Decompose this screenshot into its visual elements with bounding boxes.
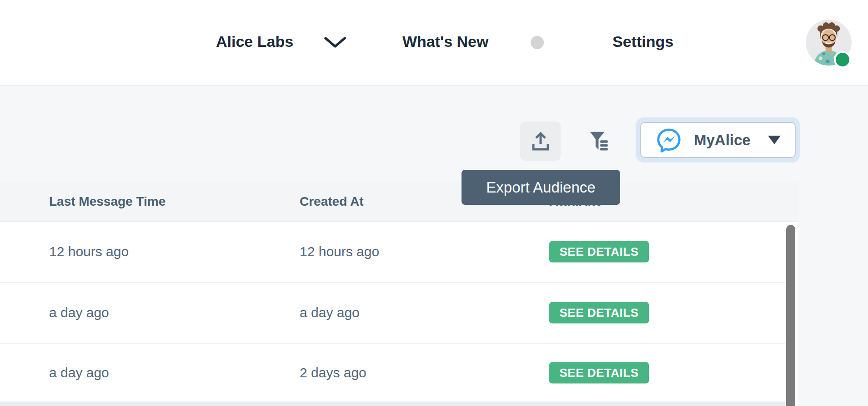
filter-button[interactable] bbox=[588, 130, 613, 154]
channel-selector-dropdown[interactable]: MyAlice bbox=[640, 122, 796, 158]
export-audience-button[interactable] bbox=[520, 122, 561, 161]
channel-selector-label: MyAlice bbox=[694, 132, 751, 149]
cell-created-at: 2 days ago bbox=[300, 365, 366, 381]
table-row: a day ago a day ago SEE DETAILS bbox=[0, 283, 798, 344]
cell-last-message-time: a day ago bbox=[49, 365, 109, 381]
top-navigation-bar: Alice Labs What's New Settings bbox=[0, 0, 868, 86]
cell-created-at: a day ago bbox=[300, 305, 360, 320]
chevron-down-icon[interactable] bbox=[323, 36, 347, 49]
table-row: a day ago 2 days ago SEE DETAILS bbox=[0, 344, 798, 402]
nav-whats-new[interactable]: What's New bbox=[402, 33, 488, 51]
see-details-button[interactable]: SEE DETAILS bbox=[549, 241, 649, 263]
scrollbar-thumb[interactable] bbox=[786, 225, 795, 406]
messenger-icon bbox=[656, 127, 682, 153]
cell-last-message-time: a day ago bbox=[49, 305, 109, 320]
row-divider bbox=[0, 402, 798, 406]
audience-table: Last Message Time Created At Attribute 1… bbox=[0, 182, 798, 406]
table-row: 12 hours ago 12 hours ago SEE DETAILS bbox=[0, 222, 798, 283]
channel-selector-focus-ring: MyAlice bbox=[636, 117, 800, 162]
notification-dot bbox=[531, 36, 544, 49]
cell-created-at: 12 hours ago bbox=[300, 244, 379, 259]
see-details-button[interactable]: SEE DETAILS bbox=[549, 362, 649, 383]
table-header-row: Last Message Time Created At Attribute bbox=[0, 182, 798, 222]
caret-down-icon bbox=[768, 136, 781, 144]
tooltip-text: Export Audience bbox=[486, 179, 595, 196]
online-status-dot bbox=[834, 51, 851, 68]
see-details-button[interactable]: SEE DETAILS bbox=[549, 302, 649, 324]
nav-settings[interactable]: Settings bbox=[612, 33, 673, 51]
column-header-created-at: Created At bbox=[300, 194, 364, 209]
export-upload-icon bbox=[529, 130, 552, 152]
column-header-last-message-time: Last Message Time bbox=[49, 194, 166, 209]
cell-last-message-time: 12 hours ago bbox=[49, 244, 129, 259]
export-audience-tooltip: Export Audience bbox=[462, 170, 620, 205]
filter-icon bbox=[589, 131, 612, 153]
workspace-switcher[interactable]: Alice Labs bbox=[216, 33, 293, 51]
